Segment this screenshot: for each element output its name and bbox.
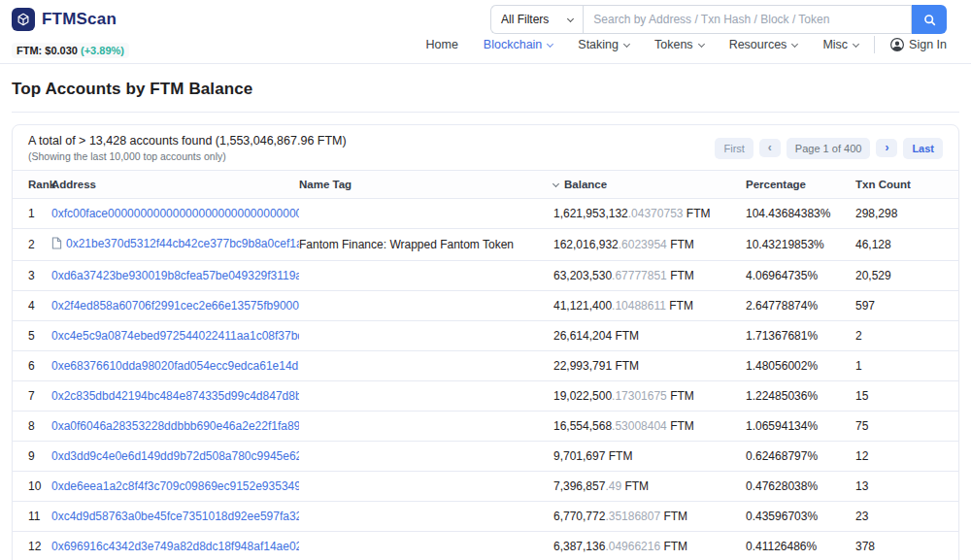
- address-link[interactable]: 0xd3dd9c4e0e6d149dd9b72d508a780c9945e629…: [51, 449, 299, 463]
- address-cell: 0xfc00face000000000000000000000000000000…: [51, 199, 299, 229]
- table-row: 90xd3dd9c4e0e6d149dd9b72d508a780c9945e62…: [13, 442, 958, 472]
- txn-count-cell: 75: [855, 412, 958, 442]
- table-row: 50xc4e5c9a0874ebed972544022411aa1c08f37b…: [13, 321, 958, 351]
- address-cell: 0x2f4ed858a60706f2991cec2e66e13575fb9000…: [51, 291, 299, 321]
- address-link[interactable]: 0x2f4ed858a60706f2991cec2e66e13575fb9000…: [51, 299, 299, 313]
- percentage-cell: 104.43684383%: [746, 199, 855, 229]
- sign-in-label: Sign In: [909, 38, 947, 51]
- address-link[interactable]: 0xe68376610dda98020fad054ecc9edca61e14d1…: [51, 359, 299, 373]
- address-cell: 0x2c835dbd42194bc484e874335d99c4d847d8bf…: [51, 381, 299, 412]
- percentage-cell: 1.06594134%: [746, 412, 855, 442]
- pagination: First ‹ Page 1 of 400 › Last: [715, 138, 943, 159]
- accounts-table: Rank Address Name Tag Balance Percentage…: [13, 170, 958, 560]
- first-page-button[interactable]: First: [715, 138, 753, 159]
- balance-cell: 162,016,932.6023954 FTM: [553, 229, 746, 261]
- rank-cell: 2: [13, 229, 51, 261]
- table-row: 30xd6a37423be930019b8cfea57be049329f3119…: [13, 261, 958, 291]
- main-content: Top Accounts by FTM Balance A total of >…: [0, 64, 971, 560]
- search-filter-label: All Filters: [501, 13, 549, 26]
- title-section: Top Accounts by FTM Balance: [12, 64, 959, 113]
- rank-cell: 12: [13, 532, 51, 560]
- chevron-down-icon: [547, 40, 553, 47]
- rank-header: Rank: [13, 171, 51, 199]
- percentage-cell: 1.22485036%: [746, 381, 855, 412]
- search-input[interactable]: [583, 5, 912, 34]
- prev-page-button[interactable]: ‹: [759, 139, 781, 157]
- address-header: Address: [51, 171, 299, 199]
- name-tag-cell: [299, 442, 553, 472]
- table-row: 80xa0f6046a28353228ddbbb690e46a2e22f1fa8…: [13, 412, 958, 442]
- ftm-price[interactable]: FTM: $0.030 (+3.89%): [12, 43, 129, 58]
- address-cell: 0xc4d9d58763a0be45fce7351018d92ee597fa32…: [51, 502, 299, 532]
- rank-cell: 8: [13, 412, 51, 442]
- percentage-cell: 0.43596703%: [746, 502, 855, 532]
- address-link[interactable]: 0xde6eea1a2c8f4f3c709c09869ec9152e935349…: [51, 479, 299, 493]
- balance-cell: 7,396,857.49 FTM: [553, 472, 746, 502]
- chevron-down-icon: [567, 15, 574, 21]
- nav-item-home[interactable]: Home: [426, 38, 458, 51]
- nav-item-staking[interactable]: Staking: [578, 38, 629, 51]
- rank-cell: 5: [13, 321, 51, 351]
- chevron-right-icon: ›: [885, 144, 888, 152]
- percentage-cell: 0.47628038%: [746, 472, 855, 502]
- site-header: FTMScan All Filters FTM: $0.030 (+3.89%)…: [0, 0, 971, 64]
- rank-cell: 11: [13, 502, 51, 532]
- accounts-summary-note: (Showing the last 10,000 top accounts on…: [28, 150, 347, 162]
- search-icon: [923, 14, 936, 26]
- address-link[interactable]: 0xfc00face000000000000000000000000000000…: [51, 207, 299, 220]
- balance-header[interactable]: Balance: [553, 171, 746, 199]
- accounts-table-body: 10xfc00face00000000000000000000000000000…: [13, 199, 958, 560]
- txn-count-header: Txn Count: [855, 171, 958, 199]
- name-tag-cell: Fantom Finance: Wrapped Fantom Token: [299, 229, 553, 261]
- nav-item-tokens[interactable]: Tokens: [654, 38, 704, 51]
- person-circle-icon: [890, 38, 904, 51]
- percentage-cell: 0.41126486%: [746, 532, 855, 560]
- table-header-row: Rank Address Name Tag Balance Percentage…: [13, 171, 958, 199]
- address-cell: 0xd6a37423be930019b8cfea57be049329f3119a…: [51, 261, 299, 291]
- address-link[interactable]: 0x2c835dbd42194bc484e874335d99c4d847d8bf…: [51, 389, 299, 403]
- name-tag-cell: [299, 261, 553, 291]
- nav-item-resources[interactable]: Resources: [729, 38, 798, 51]
- balance-cell: 6,387,136.04966216 FTM: [553, 532, 746, 560]
- next-page-button[interactable]: ›: [876, 139, 897, 157]
- address-link[interactable]: 0xa0f6046a28353228ddbbb690e46a2e22f1fa89…: [51, 419, 299, 433]
- balance-cell: 26,614,204 FTM: [553, 321, 746, 351]
- card-header: A total of > 13,428 accounts found (1,55…: [13, 125, 958, 170]
- page-indicator: Page 1 of 400: [787, 138, 871, 159]
- ftmscan-logo[interactable]: FTMScan: [12, 8, 117, 31]
- address-link[interactable]: 0xc4d9d58763a0be45fce7351018d92ee597fa32…: [51, 510, 299, 523]
- address-link[interactable]: 0x696916c4342d3e749a82d8dc18f948af14ae02…: [51, 540, 299, 553]
- table-row: 70x2c835dbd42194bc484e874335d99c4d847d8b…: [13, 381, 958, 412]
- percentage-cell: 10.43219853%: [746, 229, 855, 261]
- search-button[interactable]: [912, 5, 947, 34]
- search-filter-dropdown[interactable]: All Filters: [490, 5, 583, 34]
- txn-count-cell: 46,128: [855, 229, 958, 261]
- name-tag-cell: [299, 351, 553, 381]
- chevron-down-icon: [698, 40, 705, 47]
- percentage-cell: 1.71367681%: [746, 321, 855, 351]
- last-page-button[interactable]: Last: [903, 138, 943, 159]
- name-tag-cell: [299, 199, 553, 229]
- address-link[interactable]: 0xc4e5c9a0874ebed972544022411aa1c08f37bd…: [51, 329, 299, 343]
- rank-cell: 6: [13, 351, 51, 381]
- balance-cell: 16,554,568.53008404 FTM: [553, 412, 746, 442]
- contract-icon: [51, 237, 62, 252]
- chevron-down-icon: [623, 40, 630, 47]
- balance-cell: 41,121,400.10488611 FTM: [553, 291, 746, 321]
- percentage-header: Percentage: [746, 171, 855, 199]
- nav-item-misc[interactable]: Misc: [822, 38, 858, 51]
- page-title: Top Accounts by FTM Balance: [12, 80, 959, 99]
- table-row: 20x21be370d5312f44cb42ce377bc9b8a0cef1a4…: [13, 229, 958, 261]
- txn-count-cell: 298,298: [855, 199, 958, 229]
- table-row: 110xc4d9d58763a0be45fce7351018d92ee597fa…: [13, 502, 958, 532]
- txn-count-cell: 597: [855, 291, 958, 321]
- nav-item-blockchain[interactable]: Blockchain: [484, 38, 552, 51]
- address-link[interactable]: 0xd6a37423be930019b8cfea57be049329f3119a…: [51, 269, 299, 282]
- address-link[interactable]: 0x21be370d5312f44cb42ce377bc9b8a0cef1a4c…: [66, 237, 299, 250]
- table-row: 60xe68376610dda98020fad054ecc9edca61e14d…: [13, 351, 958, 381]
- txn-count-cell: 20,529: [855, 261, 958, 291]
- percentage-cell: 1.48056002%: [746, 351, 855, 381]
- sign-in-button[interactable]: Sign In: [890, 38, 947, 51]
- chevron-down-icon: [791, 40, 798, 47]
- rank-cell: 1: [13, 199, 51, 229]
